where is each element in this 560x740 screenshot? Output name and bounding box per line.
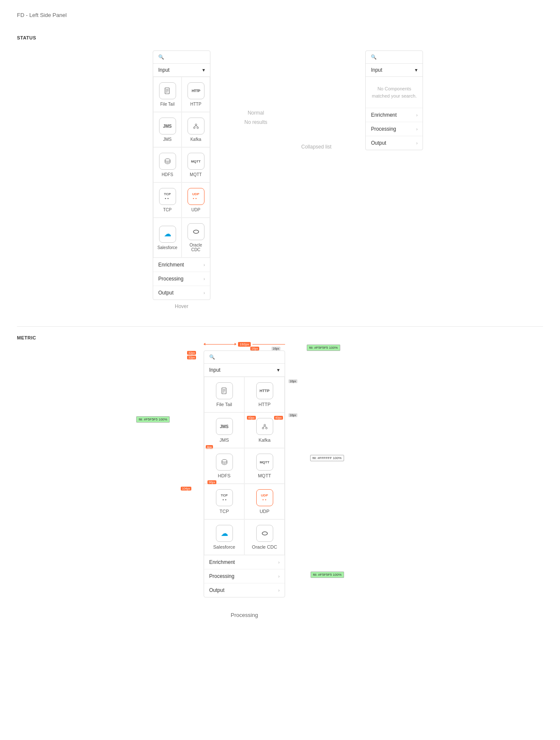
category-label: Processing (371, 126, 396, 132)
category-output-right[interactable]: Output › (366, 136, 423, 150)
dim-96px: 96px (207, 480, 216, 484)
search-icon: 🔍 (209, 354, 215, 360)
search-bar[interactable]: 🔍 (153, 51, 210, 64)
category-arrow-icon: › (204, 277, 205, 281)
kafka-icon (256, 418, 273, 435)
component-tcp[interactable]: TCP⚬⚬ TCP (153, 182, 182, 218)
metric-component-oracle-cdc[interactable]: ⬭ Oracle CDC (244, 519, 285, 555)
metric-components-grid-4: TCP⚬⚬ TCP UDP⚬⚬ UDP (204, 484, 285, 519)
metric-component-file-tail[interactable]: File Tail (204, 377, 244, 412)
svg-line-7 (194, 126, 196, 127)
svg-point-4 (195, 124, 197, 126)
component-name: JMS (163, 137, 172, 142)
metric-component-udp[interactable]: UDP⚬⚬ UDP (244, 484, 285, 519)
fill-left-annotation: fill: #F5F5F5 100% (136, 415, 170, 422)
metric-search-bar[interactable]: 🔍 (204, 351, 285, 364)
component-salesforce[interactable]: ☁ Salesforce (153, 218, 182, 258)
svg-line-8 (196, 126, 198, 127)
jms-icon: JMS (159, 118, 176, 135)
component-http[interactable]: HTTP HTTP (182, 77, 210, 112)
component-name: HTTP (258, 402, 271, 407)
category-label: Processing (158, 276, 183, 282)
dropdown-arrow-icon: ▾ (415, 67, 417, 73)
component-file-tail[interactable]: File Tail (153, 77, 182, 112)
tcp-udp-row: 96px 104px TCP⚬⚬ TCP (204, 484, 285, 519)
category-output[interactable]: Output › (153, 286, 210, 300)
category-dropdown-right[interactable]: Input ▾ (366, 64, 423, 77)
hover-panel: 🔍 Input ▾ (153, 50, 210, 300)
page-title: FD - Left Side Panel (0, 0, 560, 27)
metric-category-enrichment[interactable]: Enrichment › (204, 555, 285, 569)
metric-category-processing[interactable]: Processing › fill: #F5F5F5 100% (204, 569, 285, 583)
file-tail-icon (216, 382, 233, 399)
dropdown-label: Input (158, 67, 170, 73)
category-arrow-icon: › (278, 588, 280, 593)
search-input[interactable] (167, 55, 205, 60)
fill-annotation-top: fill: #F5F5F5 100% (307, 343, 340, 350)
search-input-right[interactable] (379, 55, 417, 60)
metric-category-dropdown[interactable]: Input ▾ (204, 364, 285, 377)
metric-component-http[interactable]: HTTP HTTP (244, 377, 285, 412)
category-arrow-icon: › (416, 113, 417, 118)
component-jms[interactable]: JMS JMS (153, 112, 182, 147)
dropdown-label: Input (371, 67, 382, 73)
category-processing-right[interactable]: Processing › (366, 122, 423, 136)
fill-processing-annotation: fill: #F5F5F5 100% (311, 571, 344, 577)
height-annotations: 32px 32px (187, 351, 196, 359)
metric-components-grid-3: HDFS MQTT MQTT (204, 448, 285, 484)
hdfs-mqtt-row: HDFS MQTT MQTT fill: #FFFFFF 100% (204, 448, 285, 484)
salesforce-icon: ☁ (159, 226, 176, 243)
ann-40px-2: 40px (274, 416, 283, 420)
category-label: Enrichment (209, 559, 235, 565)
component-oracle-cdc[interactable]: ⬭ Oracle CDC (182, 218, 210, 258)
http-icon: HTTP (256, 382, 273, 399)
category-arrow-icon: › (204, 263, 205, 267)
category-label: Processing (209, 573, 234, 579)
search-bar-right[interactable]: 🔍 (366, 51, 423, 64)
collapsed-label: Collapsed list (301, 144, 331, 150)
metric-category-output[interactable]: Output › (204, 583, 285, 597)
http-icon: HTTP (188, 82, 204, 99)
component-name: HDFS (218, 473, 231, 478)
component-kafka[interactable]: Kafka (182, 112, 210, 147)
udp-icon: UDP⚬⚬ (188, 188, 204, 205)
category-processing[interactable]: Processing › (153, 272, 210, 286)
mqtt-icon: MQTT (256, 454, 273, 471)
ann-40px-1: 40px (247, 416, 256, 420)
component-hdfs[interactable]: HDFS (153, 147, 182, 182)
category-label: Output (209, 587, 224, 593)
ann-16px-3-wrapper: 16px (288, 376, 297, 384)
right-panel-group: 🔍 Input ▾ No Componentsmatched your sear… (365, 50, 423, 150)
component-name: JMS (220, 437, 229, 443)
component-name: Oracle CDC (252, 544, 277, 549)
svg-line-18 (265, 426, 266, 427)
svg-point-15 (262, 427, 264, 429)
component-udp[interactable]: UDP⚬⚬ UDP (182, 182, 210, 218)
category-dropdown[interactable]: Input ▾ (153, 64, 210, 77)
component-name: TCP (220, 509, 229, 514)
metric-component-mqtt[interactable]: MQTT MQTT (244, 448, 285, 484)
metric-component-jms[interactable]: JMS JMS (204, 412, 244, 448)
category-label: Output (158, 290, 174, 296)
ann-16px-2: 16px (272, 347, 280, 350)
normal-label: Normal (248, 110, 264, 116)
status-label: STATUS (17, 35, 543, 40)
metric-search-input[interactable] (218, 355, 280, 360)
component-mqtt[interactable]: MQTT MQTT (182, 147, 210, 182)
component-name: File Tail (160, 102, 175, 107)
category-enrichment[interactable]: Enrichment › (153, 258, 210, 272)
metric-component-salesforce[interactable]: ☁ Salesforce (204, 519, 244, 555)
oracle-cdc-icon: ⬭ (188, 223, 204, 240)
metric-panel-wrapper: 192px fill: #F5F5F5 100% 🔍 16px 16px 32p… (204, 350, 285, 597)
svg-point-16 (266, 427, 267, 429)
category-arrow-icon: › (278, 560, 280, 565)
search-icon: 🔍 (371, 54, 377, 60)
metric-component-tcp[interactable]: TCP⚬⚬ TCP (204, 484, 244, 519)
category-enrichment-right[interactable]: Enrichment › (366, 108, 423, 122)
component-name: HDFS (162, 172, 173, 177)
processing-bottom-label: Processing (204, 611, 285, 619)
search-icon: 🔍 (158, 54, 164, 60)
metric-component-hdfs[interactable]: HDFS (204, 448, 244, 484)
hdfs-icon (159, 153, 176, 170)
fill-ffffff-annotation: fill: #FFFFFF 100% (310, 453, 344, 461)
